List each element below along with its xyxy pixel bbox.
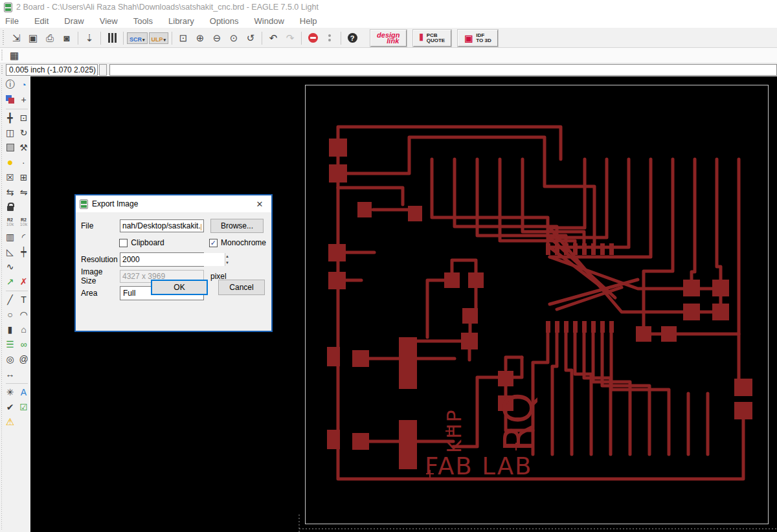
rotate-icon[interactable]: ↻ [17,126,30,139]
meander-icon[interactable]: ∿ [3,260,17,273]
stop-icon[interactable] [305,30,321,46]
signal-icon[interactable]: ∞ [17,337,30,351]
monochrome-checkbox[interactable]: ✓ [209,239,218,247]
menu-view[interactable]: View [100,16,118,26]
resolution-spinner: ▲▼ [225,253,229,266]
menu-edit[interactable]: Edit [34,16,49,26]
route-icon[interactable]: ↗ [3,274,17,288]
pcb-quote-button[interactable]: ⦀ PCBQUOTE [413,30,452,47]
via-icon[interactable]: ☰ [3,337,17,351]
miter-icon[interactable]: ◜ [17,230,30,243]
command-input[interactable] [109,64,777,76]
cancel-button[interactable]: Cancel [218,280,265,295]
redo-icon[interactable]: ↷ [282,30,298,46]
wire-icon[interactable]: ╱ [3,293,17,306]
board-text-rq: RQ [495,392,542,452]
spin-up-icon[interactable]: ▲ [225,253,229,260]
replace-icon[interactable]: ⇋ [17,185,30,199]
save-icon[interactable]: ▣ [25,30,41,46]
menu-help[interactable]: Help [300,16,317,26]
display-layers-icon[interactable] [3,93,17,106]
errors-warning-icon[interactable]: ⚠ [3,415,17,428]
name-icon[interactable]: R210k [3,215,17,228]
paste-icon[interactable]: ● [3,155,17,169]
drc-icon[interactable]: ☑ [17,400,30,414]
close-icon[interactable]: ✕ [252,199,267,209]
menu-window[interactable]: Window [254,16,284,26]
rect-icon[interactable]: ▮ [3,322,17,336]
mark-icon[interactable]: + [17,93,30,106]
mirror-icon[interactable]: ◫ [3,126,17,139]
value-icon[interactable]: R210k [17,215,30,228]
optimize-icon[interactable]: ┿ [17,245,30,258]
palette-separator [6,383,28,384]
drop-marker-icon[interactable]: ⇣ [82,30,97,46]
traffic-light-icon[interactable] [322,30,337,46]
help-icon[interactable]: ? [344,30,360,46]
cut-icon[interactable]: ∙ [17,155,30,169]
resolution-input[interactable] [120,253,225,266]
ok-button[interactable]: OK [151,280,208,295]
design-link-button[interactable]: designlink [370,30,406,47]
coordinate-mini-button[interactable] [99,64,107,76]
move-icon[interactable]: ╋ [3,111,17,124]
circle-icon[interactable]: ○ [3,307,17,321]
hole-icon[interactable]: ◎ [3,352,17,366]
export-image-icon[interactable]: ◙ [59,30,74,46]
delete-icon[interactable]: ☒ [3,170,17,184]
attribute-icon[interactable]: @ [17,352,30,366]
erc-icon[interactable]: ✔ [3,400,17,414]
copy-icon[interactable]: ⊡ [17,111,30,124]
grid-settings-icon[interactable]: ▦ [6,49,23,62]
board-file-icon [4,3,12,12]
smash-icon[interactable]: ▥ [3,230,17,243]
resolution-label: Resolution [81,255,120,264]
coord-row-drag-handle[interactable] [1,65,5,74]
ratsnest-icon[interactable]: ✳ [3,385,17,399]
chevron-down-icon: ▾ [142,38,145,43]
title-bar[interactable]: 2 Board - C:\Users\Ali Raza Shah\Downloa… [0,0,777,14]
zoom-fit-icon[interactable]: ⊡ [175,30,191,46]
zoom-in-icon[interactable]: ⊕ [192,30,208,46]
group-icon[interactable] [3,140,17,154]
autorouter-icon[interactable]: A [17,385,30,399]
layer-settings-icon[interactable] [104,30,120,46]
browse-button[interactable]: Browse... [210,219,264,233]
arc-icon[interactable]: ◠ [17,307,30,321]
switch-editor-icon[interactable]: ⇲ [8,30,24,46]
ripup-icon[interactable]: ✗ [17,274,30,288]
zoom-select-icon[interactable]: ⊙ [226,30,242,46]
resolution-spinbox: ▲▼ [120,252,204,267]
split-icon[interactable]: ◺ [3,245,17,258]
undo-icon[interactable]: ↶ [265,30,281,46]
palette-drag-handle[interactable] [1,78,2,530]
text-icon[interactable]: T [17,293,30,306]
dimension-icon[interactable]: ↔ [3,367,17,381]
spacer [17,367,30,381]
add-icon[interactable]: ⊞ [17,170,30,184]
print-icon[interactable]: ⎙ [42,30,58,46]
menu-tools[interactable]: Tools [133,16,153,26]
pinswap-icon[interactable]: ⇆ [3,185,17,199]
zoom-redraw-icon[interactable]: ↺ [243,30,258,46]
lock-icon[interactable] [3,200,17,214]
idf-to-3d-button[interactable]: ▣ IDFTO 3D [458,30,498,47]
grid-row-drag-handle[interactable] [1,50,5,61]
menu-draw[interactable]: Draw [64,16,84,26]
menu-file[interactable]: File [5,16,19,26]
menu-options[interactable]: Options [210,16,239,26]
info-icon[interactable]: ⓘ [3,78,17,91]
show-icon[interactable]: ◔ [17,78,30,91]
menu-library[interactable]: Library [168,16,194,26]
toolbar-drag-handle[interactable] [3,30,6,45]
dialog-title-bar[interactable]: Export Image ✕ [76,195,271,212]
zoom-out-icon[interactable]: ⊖ [209,30,225,46]
polygon-icon[interactable]: ⌂ [17,322,30,336]
run-ulp-button[interactable]: ULP▾ [149,32,169,44]
file-input[interactable] [120,219,204,232]
change-icon[interactable]: ⚒ [17,140,30,154]
clipboard-checkbox[interactable] [119,239,128,247]
monochrome-label: Monochrome [221,238,266,247]
spin-down-icon[interactable]: ▼ [225,260,229,266]
run-script-button[interactable]: SCR▾ [127,32,148,44]
